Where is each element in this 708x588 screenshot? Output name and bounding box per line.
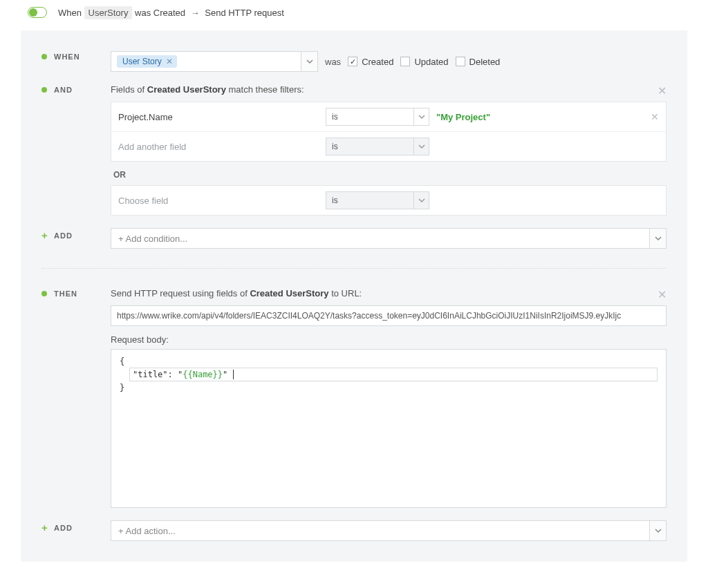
checkbox-icon[interactable]	[456, 57, 465, 66]
then-section: Then ✕ Send HTTP request using fields of…	[41, 288, 667, 508]
header-action: Send HTTP request	[205, 8, 284, 18]
entity-chip[interactable]: User Story ✕	[117, 55, 177, 68]
then-description: Send HTTP request using fields of Create…	[111, 288, 667, 298]
when-label: When	[54, 53, 80, 61]
add-condition-row: + Add + Add condition...	[41, 228, 667, 249]
and-section: And ✕ Fields of Created UserStory match …	[41, 84, 667, 216]
rule-title: When UserStory was Created → Send HTTP r…	[58, 8, 284, 18]
chevron-down-icon[interactable]	[649, 521, 666, 540]
header-mid: was Created	[135, 8, 185, 18]
or-label: OR	[113, 170, 667, 180]
remove-section-icon[interactable]: ✕	[658, 84, 667, 97]
remove-section-icon[interactable]: ✕	[658, 288, 667, 301]
deleted-checkbox-item[interactable]: Deleted	[456, 57, 501, 67]
filter-row: Project.Name is "My Project" ✕	[111, 102, 666, 132]
text-cursor	[227, 370, 233, 379]
chevron-down-icon[interactable]	[649, 229, 666, 248]
close-icon[interactable]: ✕	[166, 57, 173, 66]
filter-group: Choose field is	[111, 185, 667, 216]
request-body-label: Request body:	[111, 334, 667, 345]
chevron-down-icon[interactable]	[301, 52, 317, 71]
url-value: https://www.wrike.com/api/v4/folders/IEA…	[117, 311, 621, 321]
chevron-down-icon[interactable]	[413, 192, 429, 209]
and-desc-pre: Fields of	[111, 84, 147, 95]
add-field-placeholder[interactable]: Add another field	[118, 142, 319, 152]
header-prefix: When	[58, 8, 82, 18]
add-condition-select[interactable]: + Add condition...	[111, 228, 667, 249]
arrow-icon: →	[191, 8, 200, 18]
body-brace-close: }	[120, 383, 658, 392]
rule-enable-toggle[interactable]	[28, 7, 47, 18]
add-condition-placeholder: + Add condition...	[111, 229, 649, 248]
plus-icon: +	[41, 229, 47, 241]
body-brace-open: {	[120, 357, 658, 366]
plus-icon: +	[41, 522, 47, 533]
operator-select[interactable]: is	[326, 137, 429, 155]
remove-filter-icon[interactable]: ✕	[651, 111, 659, 122]
header-entity-tag: UserStory	[84, 6, 133, 19]
add-action-placeholder: + Add action...	[111, 521, 649, 540]
filter-group: Project.Name is "My Project" ✕ Add anoth…	[111, 102, 667, 162]
operator-value: is	[326, 192, 413, 209]
then-desc-pre: Send HTTP request using fields of	[111, 288, 250, 298]
operator-select[interactable]: is	[326, 191, 429, 209]
then-label: Then	[54, 290, 77, 298]
body-line-pre: "title": "	[133, 370, 183, 379]
was-label: was	[325, 57, 341, 67]
checkbox-icon[interactable]	[348, 57, 357, 66]
operator-value: is	[326, 108, 413, 125]
request-body-editor[interactable]: { "title": "{{Name}}" }	[111, 349, 667, 508]
add-label: Add	[54, 524, 73, 532]
updated-checkbox-item[interactable]: Updated	[400, 57, 448, 67]
deleted-label: Deleted	[469, 57, 501, 67]
and-description: Fields of Created UserStory match these …	[111, 84, 667, 95]
filter-field[interactable]: Project.Name	[118, 112, 319, 122]
and-desc-bold: Created UserStory	[147, 84, 226, 95]
bullet-icon	[41, 54, 47, 59]
filter-value[interactable]: "My Project"	[436, 112, 490, 122]
filter-row: Add another field is	[111, 132, 666, 161]
add-label: Add	[54, 231, 73, 240]
created-label: Created	[362, 57, 393, 67]
created-checkbox-item[interactable]: Created	[348, 57, 393, 67]
rule-header: When UserStory was Created → Send HTTP r…	[0, 0, 708, 25]
rule-panel: When User Story ✕ was	[21, 30, 687, 562]
chevron-down-icon[interactable]	[413, 138, 429, 155]
operator-select[interactable]: is	[326, 108, 429, 126]
choose-field-placeholder[interactable]: Choose field	[118, 196, 319, 206]
bullet-icon	[41, 291, 47, 296]
add-action-select[interactable]: + Add action...	[111, 520, 667, 541]
body-line[interactable]: "title": "{{Name}}"	[129, 368, 658, 381]
bullet-icon	[41, 87, 47, 93]
operator-value: is	[326, 138, 413, 155]
entity-select[interactable]: User Story ✕	[111, 51, 318, 72]
then-desc-post: to URL:	[331, 288, 362, 298]
chevron-down-icon[interactable]	[413, 108, 429, 125]
url-input[interactable]: https://www.wrike.com/api/v4/folders/IEA…	[111, 305, 667, 326]
checkbox-icon[interactable]	[400, 57, 410, 66]
then-desc-bold: Created UserStory	[250, 288, 328, 298]
when-section: When User Story ✕ was	[41, 51, 667, 72]
filter-row: Choose field is	[111, 186, 666, 215]
entity-chip-label: User Story	[122, 57, 162, 66]
updated-label: Updated	[414, 57, 448, 67]
section-divider	[41, 268, 667, 269]
add-action-row: + Add + Add action...	[41, 520, 667, 541]
and-label: And	[54, 86, 73, 94]
template-token: {{Name}}	[183, 370, 223, 379]
and-desc-post: match these filters:	[229, 84, 304, 95]
